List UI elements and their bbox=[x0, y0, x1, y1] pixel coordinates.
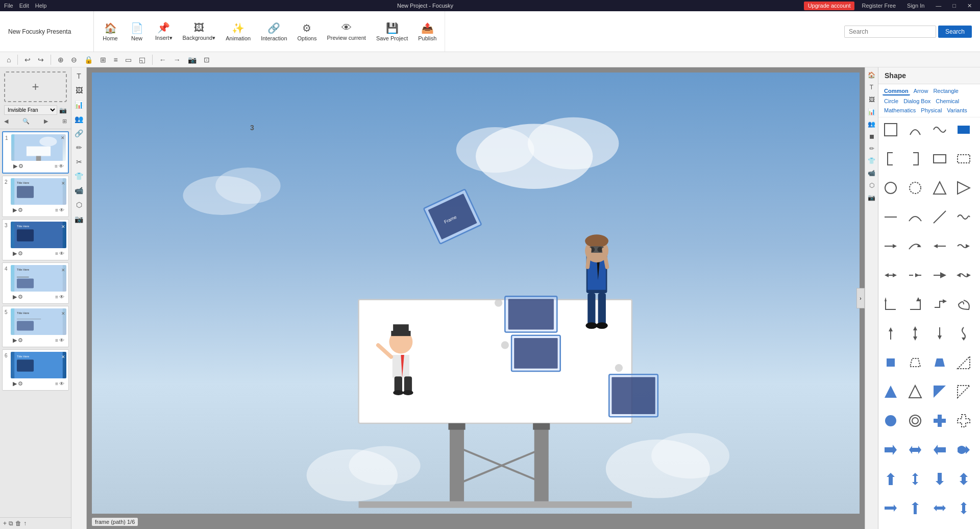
slide2-menu[interactable]: ≡ bbox=[55, 207, 58, 213]
slide6-play[interactable]: ▶ bbox=[13, 380, 17, 387]
shape-step-right[interactable] bbox=[930, 295, 949, 314]
ribbon-home[interactable]: 🏠 Home bbox=[98, 20, 122, 43]
tb2-next[interactable]: → bbox=[171, 54, 183, 65]
slide-item-1[interactable]: 1 ✕ bbox=[2, 131, 69, 174]
shape-arrow-up-sm[interactable] bbox=[906, 499, 924, 517]
right-icon-shirt[interactable]: 👕 bbox=[866, 155, 877, 166]
slide5-menu[interactable]: ≡ bbox=[55, 338, 58, 343]
search-input[interactable] bbox=[844, 26, 936, 38]
signin-btn[interactable]: Sign In bbox=[903, 2, 928, 10]
tb2-screenshot[interactable]: 📷 bbox=[185, 54, 199, 65]
shape-bracket-left[interactable] bbox=[881, 150, 900, 168]
shape-cross-dashed[interactable] bbox=[954, 412, 973, 430]
shape-arrow-right-block[interactable] bbox=[881, 441, 900, 459]
left-icon-photo[interactable]: 📷 bbox=[72, 212, 86, 226]
shape-arrow-right-sm[interactable] bbox=[881, 499, 900, 517]
shape-filled-rect[interactable] bbox=[954, 121, 973, 139]
left-icon-image[interactable]: 🖼 bbox=[72, 84, 86, 97]
shape-arrow-double-v[interactable] bbox=[906, 324, 924, 343]
slide-item-2[interactable]: 2 ✕ Title Here ▶ ⚙ bbox=[2, 176, 69, 217]
slide1-gear[interactable]: ⚙ bbox=[18, 163, 23, 170]
shape-right-tri-dashed-2[interactable] bbox=[954, 382, 973, 401]
register-btn[interactable]: Register Free bbox=[857, 2, 900, 10]
shape-arrow-up-block[interactable] bbox=[881, 470, 900, 488]
tb2-lock[interactable]: 🔒 bbox=[82, 54, 95, 65]
right-icon-text[interactable]: T bbox=[866, 82, 877, 93]
slide-nav-next[interactable]: ▶ bbox=[44, 118, 48, 125]
upgrade-btn[interactable]: Upgrade account bbox=[804, 2, 855, 10]
ribbon-save[interactable]: 💾 Save Project bbox=[372, 20, 412, 43]
shape-corner-tr[interactable] bbox=[906, 295, 924, 314]
right-icon-edit[interactable]: ✏ bbox=[866, 143, 877, 154]
left-icon-link[interactable]: 🔗 bbox=[72, 127, 86, 140]
shape-circle-ring[interactable] bbox=[906, 412, 924, 430]
shape-cat-variants[interactable]: Variants bbox=[945, 107, 969, 114]
ribbon-new[interactable]: 📄 New bbox=[125, 20, 149, 43]
shape-trapezoid-filled[interactable] bbox=[930, 353, 949, 372]
left-icon-video[interactable]: 📹 bbox=[72, 184, 86, 197]
slide4-play[interactable]: ▶ bbox=[13, 294, 17, 300]
left-icon-crop[interactable]: ✂ bbox=[72, 155, 86, 169]
shape-diag-line[interactable] bbox=[930, 208, 949, 226]
right-icon-home[interactable]: 🏠 bbox=[866, 69, 877, 81]
slide-view-toggle[interactable]: ⊞ bbox=[62, 118, 67, 125]
tb2-redo[interactable]: ↪ bbox=[35, 54, 46, 65]
shape-right-tri-filled[interactable] bbox=[930, 382, 949, 401]
right-icon-chart[interactable]: 📊 bbox=[866, 106, 877, 117]
slide-item-5[interactable]: 5 ✕ Title Here ▶ ⚙ bbox=[2, 306, 69, 347]
slide3-eye[interactable]: 👁 bbox=[59, 251, 64, 256]
shape-right-triangle-dashed[interactable] bbox=[954, 353, 973, 372]
shape-arrow-down-block[interactable] bbox=[930, 470, 949, 488]
tb2-home[interactable]: ⌂ bbox=[4, 54, 13, 65]
maximize-btn[interactable]: □ bbox=[948, 2, 960, 10]
shape-corner-tl[interactable] bbox=[881, 295, 900, 314]
shape-cat-rectangle[interactable]: Rectangle bbox=[932, 87, 960, 95]
slide-item-3[interactable]: 3 ✕ Title Here ▶ ⚙ bbox=[2, 219, 69, 260]
shape-arrow-up[interactable] bbox=[881, 324, 900, 343]
slide4-gear[interactable]: ⚙ bbox=[18, 294, 23, 300]
slide1-menu[interactable]: ≡ bbox=[55, 163, 58, 169]
left-icon-pen[interactable]: ✏ bbox=[72, 141, 86, 154]
slide-nav-prev[interactable]: ◀ bbox=[4, 118, 8, 125]
shape-arrow-v-double-sm[interactable] bbox=[954, 499, 973, 517]
shape-triangle-outline[interactable] bbox=[930, 179, 949, 197]
shape-triangle-up[interactable] bbox=[881, 382, 900, 401]
shape-plus-filled[interactable] bbox=[930, 412, 949, 430]
right-icon-image[interactable]: 🖼 bbox=[866, 94, 877, 105]
shape-arrow-right-filled[interactable] bbox=[930, 266, 949, 284]
ribbon-preview[interactable]: 👁 Preview current bbox=[323, 20, 370, 43]
canvas-area[interactable]: Frame bbox=[87, 67, 865, 529]
ribbon-insert[interactable]: 📌 Insert▾ bbox=[151, 19, 177, 43]
slide-item-4[interactable]: 4 ✕ Title Here ▶ ⚙ bbox=[2, 262, 69, 304]
slide-item-6[interactable]: 6 ✕ Title Here ▶ ⚙ bbox=[2, 349, 69, 391]
shape-wave-line[interactable] bbox=[954, 208, 973, 226]
menu-edit[interactable]: Edit bbox=[19, 3, 29, 9]
tb2-zoom-out[interactable]: ⊖ bbox=[68, 54, 80, 65]
tb2-grid[interactable]: ⊞ bbox=[97, 54, 109, 65]
shape-arc[interactable] bbox=[906, 121, 924, 139]
shape-cat-dialog[interactable]: Dialog Box bbox=[902, 98, 932, 105]
right-icon-shape[interactable]: ◼ bbox=[866, 131, 877, 142]
slide5-gear[interactable]: ⚙ bbox=[18, 337, 23, 344]
left-icon-text[interactable]: T bbox=[72, 69, 86, 83]
search-button[interactable]: Search bbox=[938, 26, 972, 38]
slide5-play[interactable]: ▶ bbox=[13, 337, 17, 344]
tb2-frame[interactable]: ▭ bbox=[122, 54, 134, 65]
shape-arrow-wave-right[interactable] bbox=[954, 237, 973, 255]
menu-file[interactable]: File bbox=[4, 3, 13, 9]
shape-cat-math[interactable]: Mathematics bbox=[883, 107, 917, 114]
left-icon-shirt[interactable]: 👕 bbox=[72, 170, 86, 183]
slide2-eye[interactable]: 👁 bbox=[59, 207, 64, 213]
shape-line-rect[interactable] bbox=[881, 121, 900, 139]
slide6-eye[interactable]: 👁 bbox=[59, 381, 64, 387]
shape-arrow-down[interactable] bbox=[930, 324, 949, 343]
ribbon-background[interactable]: 🖼 Background▾ bbox=[179, 20, 220, 43]
slide2-play[interactable]: ▶ bbox=[13, 207, 17, 213]
slide1-close[interactable]: ✕ bbox=[61, 135, 65, 140]
tb2-prev[interactable]: ← bbox=[157, 54, 169, 65]
slide3-play[interactable]: ▶ bbox=[13, 250, 17, 257]
menu-help[interactable]: Help bbox=[35, 3, 47, 9]
ribbon-options[interactable]: ⚙ Options bbox=[293, 20, 321, 43]
left-icon-chart[interactable]: 📊 bbox=[72, 98, 86, 111]
left-icon-layers[interactable]: ⬡ bbox=[72, 198, 86, 211]
